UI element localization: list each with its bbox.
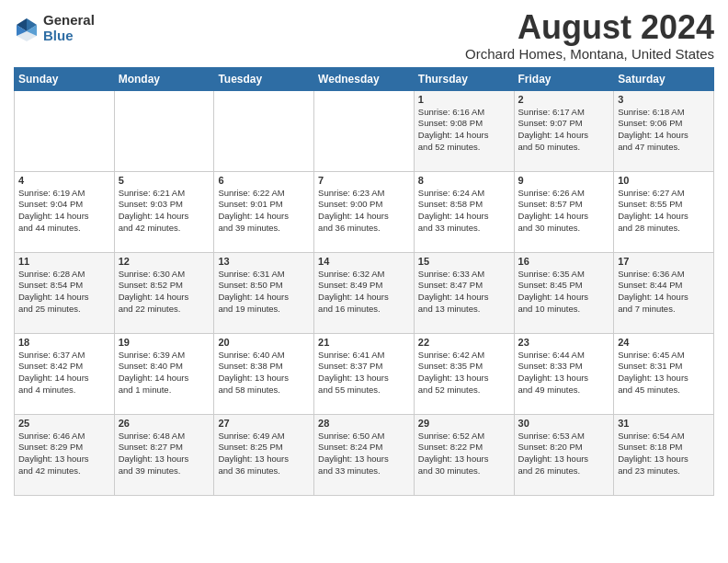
calendar-cell: 16Sunrise: 6:35 AM Sunset: 8:45 PM Dayli… xyxy=(514,252,614,333)
day-number: 15 xyxy=(418,256,510,267)
day-number: 19 xyxy=(119,337,210,348)
day-info: Sunrise: 6:54 AM Sunset: 8:18 PM Dayligh… xyxy=(618,431,710,477)
day-info: Sunrise: 6:18 AM Sunset: 9:06 PM Dayligh… xyxy=(618,107,710,154)
day-number: 26 xyxy=(119,418,210,429)
day-info: Sunrise: 6:48 AM Sunset: 8:27 PM Dayligh… xyxy=(119,431,210,477)
logo-icon xyxy=(14,16,40,41)
calendar-cell: 24Sunrise: 6:45 AM Sunset: 8:31 PM Dayli… xyxy=(614,333,714,414)
calendar-cell: 31Sunrise: 6:54 AM Sunset: 8:18 PM Dayli… xyxy=(614,414,714,495)
day-info: Sunrise: 6:26 AM Sunset: 8:57 PM Dayligh… xyxy=(518,188,610,235)
week-row-5: 25Sunrise: 6:46 AM Sunset: 8:29 PM Dayli… xyxy=(15,414,714,495)
calendar-cell: 1Sunrise: 6:16 AM Sunset: 9:08 PM Daylig… xyxy=(414,90,514,171)
day-info: Sunrise: 6:50 AM Sunset: 8:24 PM Dayligh… xyxy=(318,431,410,477)
calendar-cell: 2Sunrise: 6:17 AM Sunset: 9:07 PM Daylig… xyxy=(514,90,614,171)
day-number: 3 xyxy=(618,94,710,105)
calendar-cell: 8Sunrise: 6:24 AM Sunset: 8:58 PM Daylig… xyxy=(414,171,514,252)
day-info: Sunrise: 6:31 AM Sunset: 8:50 PM Dayligh… xyxy=(218,269,310,316)
calendar-cell: 13Sunrise: 6:31 AM Sunset: 8:50 PM Dayli… xyxy=(214,252,314,333)
calendar-cell: 19Sunrise: 6:39 AM Sunset: 8:40 PM Dayli… xyxy=(114,333,214,414)
day-info: Sunrise: 6:41 AM Sunset: 8:37 PM Dayligh… xyxy=(318,350,410,396)
calendar-cell xyxy=(15,90,115,171)
day-number: 27 xyxy=(218,418,310,429)
day-info: Sunrise: 6:45 AM Sunset: 8:31 PM Dayligh… xyxy=(618,350,710,396)
header-day-sunday: Sunday xyxy=(15,67,115,90)
logo-text: General Blue xyxy=(43,13,95,43)
day-number: 30 xyxy=(518,418,610,429)
day-number: 31 xyxy=(618,418,710,429)
day-info: Sunrise: 6:23 AM Sunset: 9:00 PM Dayligh… xyxy=(318,188,410,235)
day-number: 23 xyxy=(518,337,610,348)
day-number: 11 xyxy=(18,256,110,267)
day-number: 2 xyxy=(518,94,610,105)
logo: General Blue xyxy=(14,13,95,43)
day-number: 7 xyxy=(318,175,410,186)
day-number: 16 xyxy=(518,256,610,267)
day-info: Sunrise: 6:46 AM Sunset: 8:29 PM Dayligh… xyxy=(18,431,110,477)
day-number: 29 xyxy=(418,418,510,429)
day-info: Sunrise: 6:32 AM Sunset: 8:49 PM Dayligh… xyxy=(318,269,410,316)
day-info: Sunrise: 6:19 AM Sunset: 9:04 PM Dayligh… xyxy=(18,188,110,235)
week-row-4: 18Sunrise: 6:37 AM Sunset: 8:42 PM Dayli… xyxy=(15,333,714,414)
day-info: Sunrise: 6:52 AM Sunset: 8:22 PM Dayligh… xyxy=(418,431,510,477)
day-number: 24 xyxy=(618,337,710,348)
day-number: 13 xyxy=(218,256,310,267)
calendar-cell xyxy=(114,90,214,171)
calendar-cell: 4Sunrise: 6:19 AM Sunset: 9:04 PM Daylig… xyxy=(15,171,115,252)
calendar-cell: 18Sunrise: 6:37 AM Sunset: 8:42 PM Dayli… xyxy=(15,333,115,414)
calendar-cell: 17Sunrise: 6:36 AM Sunset: 8:44 PM Dayli… xyxy=(614,252,714,333)
header-row: SundayMondayTuesdayWednesdayThursdayFrid… xyxy=(15,67,714,90)
week-row-1: 1Sunrise: 6:16 AM Sunset: 9:08 PM Daylig… xyxy=(15,90,714,171)
day-number: 21 xyxy=(318,337,410,348)
day-number: 10 xyxy=(618,175,710,186)
calendar-header: SundayMondayTuesdayWednesdayThursdayFrid… xyxy=(15,67,714,90)
calendar-cell: 7Sunrise: 6:23 AM Sunset: 9:00 PM Daylig… xyxy=(314,171,415,252)
day-info: Sunrise: 6:21 AM Sunset: 9:03 PM Dayligh… xyxy=(119,188,210,235)
day-info: Sunrise: 6:27 AM Sunset: 8:55 PM Dayligh… xyxy=(618,188,710,235)
calendar-cell: 15Sunrise: 6:33 AM Sunset: 8:47 PM Dayli… xyxy=(414,252,514,333)
calendar-cell: 25Sunrise: 6:46 AM Sunset: 8:29 PM Dayli… xyxy=(15,414,115,495)
week-row-2: 4Sunrise: 6:19 AM Sunset: 9:04 PM Daylig… xyxy=(15,171,714,252)
calendar-body: 1Sunrise: 6:16 AM Sunset: 9:08 PM Daylig… xyxy=(15,90,714,495)
calendar-cell xyxy=(314,90,415,171)
day-info: Sunrise: 6:40 AM Sunset: 8:38 PM Dayligh… xyxy=(218,350,310,396)
day-info: Sunrise: 6:36 AM Sunset: 8:44 PM Dayligh… xyxy=(618,269,710,316)
day-info: Sunrise: 6:24 AM Sunset: 8:58 PM Dayligh… xyxy=(418,188,510,235)
day-number: 9 xyxy=(518,175,610,186)
calendar-cell: 21Sunrise: 6:41 AM Sunset: 8:37 PM Dayli… xyxy=(314,333,415,414)
calendar-cell: 11Sunrise: 6:28 AM Sunset: 8:54 PM Dayli… xyxy=(15,252,115,333)
day-info: Sunrise: 6:16 AM Sunset: 9:08 PM Dayligh… xyxy=(418,107,510,154)
month-title: August 2024 xyxy=(465,9,714,46)
calendar-cell: 3Sunrise: 6:18 AM Sunset: 9:06 PM Daylig… xyxy=(614,90,714,171)
header-day-wednesday: Wednesday xyxy=(314,67,415,90)
day-number: 4 xyxy=(18,175,110,186)
calendar-cell: 9Sunrise: 6:26 AM Sunset: 8:57 PM Daylig… xyxy=(514,171,614,252)
logo-general: General xyxy=(43,13,95,29)
day-info: Sunrise: 6:42 AM Sunset: 8:35 PM Dayligh… xyxy=(418,350,510,396)
header: General Blue August 2024 Orchard Homes, … xyxy=(14,9,714,62)
day-number: 20 xyxy=(218,337,310,348)
title-block: August 2024 Orchard Homes, Montana, Unit… xyxy=(465,9,714,62)
header-day-friday: Friday xyxy=(514,67,614,90)
calendar-cell: 23Sunrise: 6:44 AM Sunset: 8:33 PM Dayli… xyxy=(514,333,614,414)
header-day-tuesday: Tuesday xyxy=(214,67,314,90)
calendar-cell: 27Sunrise: 6:49 AM Sunset: 8:25 PM Dayli… xyxy=(214,414,314,495)
page: General Blue August 2024 Orchard Homes, … xyxy=(0,0,728,500)
calendar-cell: 26Sunrise: 6:48 AM Sunset: 8:27 PM Dayli… xyxy=(114,414,214,495)
day-info: Sunrise: 6:37 AM Sunset: 8:42 PM Dayligh… xyxy=(18,350,110,396)
day-info: Sunrise: 6:17 AM Sunset: 9:07 PM Dayligh… xyxy=(518,107,610,154)
calendar-cell: 5Sunrise: 6:21 AM Sunset: 9:03 PM Daylig… xyxy=(114,171,214,252)
calendar-cell: 30Sunrise: 6:53 AM Sunset: 8:20 PM Dayli… xyxy=(514,414,614,495)
day-number: 22 xyxy=(418,337,510,348)
header-day-monday: Monday xyxy=(114,67,214,90)
day-number: 18 xyxy=(18,337,110,348)
location-title: Orchard Homes, Montana, United States xyxy=(465,46,714,62)
day-info: Sunrise: 6:49 AM Sunset: 8:25 PM Dayligh… xyxy=(218,431,310,477)
calendar-cell: 20Sunrise: 6:40 AM Sunset: 8:38 PM Dayli… xyxy=(214,333,314,414)
logo-blue: Blue xyxy=(43,29,95,44)
calendar-table: SundayMondayTuesdayWednesdayThursdayFrid… xyxy=(14,67,714,496)
day-info: Sunrise: 6:39 AM Sunset: 8:40 PM Dayligh… xyxy=(119,350,210,396)
calendar-cell: 10Sunrise: 6:27 AM Sunset: 8:55 PM Dayli… xyxy=(614,171,714,252)
day-info: Sunrise: 6:30 AM Sunset: 8:52 PM Dayligh… xyxy=(119,269,210,316)
day-number: 25 xyxy=(18,418,110,429)
day-info: Sunrise: 6:33 AM Sunset: 8:47 PM Dayligh… xyxy=(418,269,510,316)
